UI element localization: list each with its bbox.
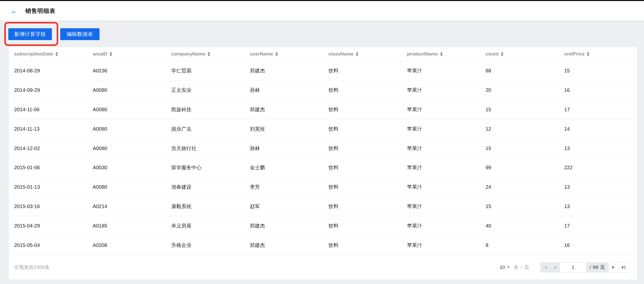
- table-row: 2014-08-29A0236学仁贸易郑建杰饮料苹果汁8815: [9, 61, 637, 81]
- column-header-unitPrice[interactable]: unitPrice: [559, 47, 637, 61]
- table-row: 2015-04-29A0185幸义房屋郑建杰饮料苹果汁4017: [9, 216, 637, 236]
- table-cell: A0030: [87, 158, 166, 177]
- table-cell: 2014-08-29: [9, 61, 87, 80]
- table-cell: 40: [480, 216, 559, 235]
- table-cell: 12: [480, 119, 559, 138]
- back-arrow-icon[interactable]: ←: [9, 6, 19, 16]
- table-cell: A0214: [87, 197, 166, 216]
- first-page-arrow-icon: [545, 266, 547, 269]
- column-header-count[interactable]: count: [480, 47, 559, 61]
- table-row: 2014-11-13A0080就业广兑刘英玫饮料苹果汁1214: [9, 119, 637, 139]
- table-cell: 2015-01-13: [9, 178, 87, 197]
- table-cell: 赵军: [244, 197, 323, 216]
- last-page-icon: [625, 266, 625, 269]
- table-cell: 15: [480, 197, 559, 216]
- table-cell: 就业广兑: [166, 119, 244, 138]
- column-header-companyName[interactable]: companyName: [166, 47, 244, 61]
- table-cell: 苹果汁: [401, 81, 480, 100]
- column-header-subscriptionDate[interactable]: subscriptionDate: [9, 47, 87, 61]
- table-cell: 13: [559, 139, 637, 158]
- prev-page-button[interactable]: [550, 263, 560, 272]
- toolbar: 新增计算字段 编辑数据表: [0, 21, 644, 47]
- sort-icon[interactable]: [501, 52, 503, 56]
- table-cell: 郑建杰: [244, 236, 323, 255]
- table-cell: 苹果汁: [401, 100, 480, 119]
- column-header-label: productName: [407, 51, 438, 57]
- column-header-areaID[interactable]: areaID: [87, 47, 166, 61]
- sort-icon[interactable]: [587, 52, 589, 56]
- table-cell: 孙林: [244, 81, 323, 100]
- column-header-productName[interactable]: productName: [401, 47, 480, 61]
- table-cell: 15: [480, 139, 559, 158]
- add-calculated-field-button[interactable]: 新增计算字段: [8, 28, 52, 40]
- prev-page-arrow-icon: [554, 266, 556, 269]
- table-row: 2014-09-29A0080正太实业孙林饮料苹果汁2016: [9, 81, 637, 100]
- page-size-value[interactable]: 10: [500, 265, 505, 270]
- table-row: 2015-01-06A0030留学服务中心金士鹏饮料苹果汁99222: [9, 158, 637, 178]
- table-cell: 郑建杰: [244, 216, 323, 235]
- table-cell: 正太实业: [166, 81, 244, 100]
- first-page-icon: [544, 266, 544, 269]
- table-cell: A0080: [87, 139, 166, 158]
- table-row: 2014-12-02A0080浩天旅行社孙林饮料苹果汁1513: [9, 139, 637, 158]
- table-cell: A0080: [87, 178, 166, 197]
- table-cell: 学仁贸易: [166, 61, 244, 80]
- column-header-userName[interactable]: userName: [244, 47, 323, 61]
- sort-icon[interactable]: [208, 52, 210, 56]
- table-row: 2014-11-06A0080凯旋科技郑建杰饮料苹果汁1517: [9, 100, 637, 120]
- table-cell: 升格企业: [166, 236, 244, 255]
- table-cell: 饮料: [323, 100, 402, 119]
- sort-icon[interactable]: [110, 52, 112, 56]
- next-page-button[interactable]: [608, 263, 619, 272]
- sort-icon[interactable]: [55, 52, 58, 56]
- page-size-select[interactable]: 10: [500, 265, 510, 270]
- table-cell: 苹果汁: [401, 119, 480, 138]
- table-cell: 苹果汁: [401, 216, 480, 235]
- table-cell: 刘英玫: [244, 119, 323, 138]
- edit-data-table-button[interactable]: 编辑数据表: [60, 28, 100, 40]
- top-bar: ← 销售明细表: [0, 1, 644, 21]
- table-cell: 2015-03-16: [9, 197, 87, 216]
- column-header-label: userName: [250, 51, 273, 57]
- table-cell: 郑建杰: [244, 61, 323, 80]
- table-cell: 17: [559, 100, 637, 119]
- last-page-button[interactable]: [619, 263, 629, 272]
- page-number-input[interactable]: 1: [560, 263, 587, 272]
- first-page-button[interactable]: [541, 263, 550, 272]
- table-cell: 88: [480, 61, 559, 80]
- chevron-down-icon[interactable]: [507, 266, 510, 268]
- table-cell: 幸义房屋: [166, 216, 244, 235]
- table-cell: A0080: [87, 119, 166, 138]
- table-cell: 2015-04-29: [9, 216, 87, 235]
- table-cell: 2014-09-29: [9, 81, 87, 100]
- table-cell: A0208: [87, 236, 166, 255]
- table-cell: 饮料: [323, 158, 402, 177]
- table-cell: 饮料: [323, 139, 402, 158]
- sort-icon[interactable]: [440, 52, 443, 56]
- table-cell: 苹果汁: [401, 158, 480, 177]
- table-cell: 14: [559, 119, 637, 138]
- table-cell: 222: [559, 158, 637, 177]
- sort-icon[interactable]: [356, 52, 358, 56]
- preview-note: 仅预览前1000条: [14, 264, 50, 271]
- table-cell: 苹果汁: [401, 61, 480, 80]
- pagination-area: 10 条 / 页 1 / 98 页: [500, 262, 629, 272]
- table-cell: 孙林: [244, 139, 323, 158]
- table-cell: 康毅系统: [166, 197, 244, 216]
- column-header-label: count: [486, 51, 499, 57]
- table-cell: 13: [559, 178, 637, 197]
- column-header-className[interactable]: className: [323, 47, 402, 61]
- column-header-label: companyName: [171, 51, 205, 57]
- sort-icon[interactable]: [275, 52, 278, 56]
- table-cell: 金士鹏: [244, 158, 323, 177]
- table-cell: 15: [480, 100, 559, 119]
- next-page-arrow-icon: [612, 266, 615, 269]
- column-header-label: areaID: [93, 51, 107, 57]
- table-cell: 饮料: [323, 178, 402, 197]
- table-cell: 浩天旅行社: [166, 139, 244, 158]
- table-cell: 留学服务中心: [166, 158, 244, 177]
- total-pages-label: / 98 页: [587, 263, 608, 272]
- pagination: 1 / 98 页: [540, 262, 629, 272]
- table-cell: 饮料: [323, 216, 402, 235]
- table-cell: 24: [480, 178, 559, 197]
